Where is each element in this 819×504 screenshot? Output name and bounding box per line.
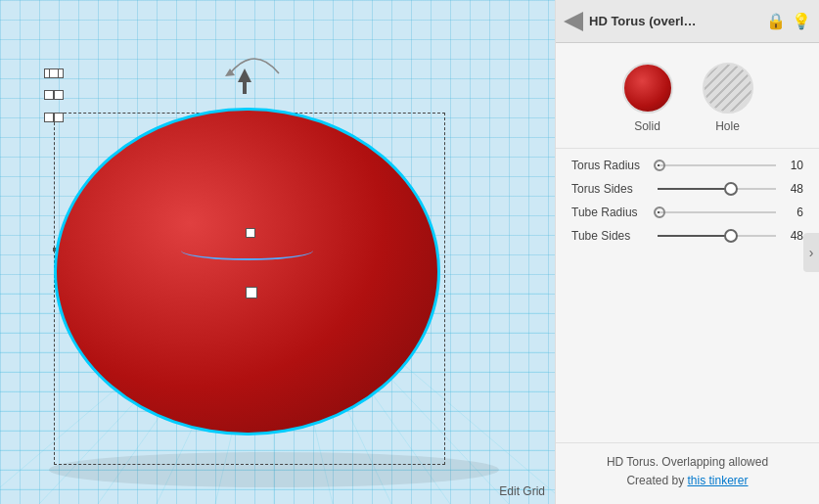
desc-line2: Created by this tinkerer <box>571 472 803 490</box>
handle-mid-left[interactable] <box>54 90 64 100</box>
canvas-area: Edit Grid <box>0 0 555 504</box>
solid-label: Solid <box>634 119 660 133</box>
tube-sides-track <box>658 235 776 237</box>
move-up-arrow[interactable] <box>238 69 251 94</box>
tube-radius-track <box>658 211 776 213</box>
hole-icon <box>703 63 753 114</box>
tube-sides-fill <box>658 235 731 237</box>
shape-type-section: Solid Hole <box>556 43 819 149</box>
desc-line1: HD Torus. Overlapping allowed <box>571 453 803 472</box>
tube-sides-handle[interactable] <box>724 229 738 243</box>
torus-sides-row: Torus Sides 48 <box>571 182 803 196</box>
bulb-icon[interactable]: 💡 <box>792 12 811 30</box>
handle-mid-right[interactable] <box>44 90 54 100</box>
handle-top-left[interactable] <box>54 113 64 122</box>
tube-radius-label: Tube Radius <box>571 206 650 219</box>
panel-expand-button[interactable]: › <box>803 233 819 272</box>
torus-sides-handle[interactable] <box>724 182 738 196</box>
torus-shape[interactable] <box>54 108 440 435</box>
tinkerer-link[interactable]: this tinkerer <box>688 474 749 487</box>
rotation-handle-svg[interactable] <box>225 49 284 83</box>
created-by-text: Created by <box>626 474 684 487</box>
description-section: HD Torus. Overlapping allowed Created by… <box>556 442 819 504</box>
torus-sides-fill <box>658 188 731 190</box>
tube-radius-value: 6 <box>784 206 803 219</box>
torus-radius-handle[interactable] <box>654 160 665 171</box>
torus-sides-value: 48 <box>784 182 803 196</box>
torus-radius-label: Torus Radius <box>571 159 650 172</box>
tube-sides-label: Tube Sides <box>571 229 650 243</box>
shape-title: HD Torus (overl… <box>589 14 760 28</box>
torus-radius-slider[interactable] <box>658 164 776 166</box>
solid-type-button[interactable]: Solid <box>622 63 673 133</box>
edit-grid-label[interactable]: Edit Grid <box>499 484 545 498</box>
top-shape-handle[interactable] <box>246 228 255 238</box>
hole-label: Hole <box>715 119 740 133</box>
tube-radius-slider[interactable] <box>658 211 776 213</box>
torus-sides-track <box>658 188 776 190</box>
panel-header: HD Torus (overl… 🔒 💡 <box>556 0 819 43</box>
tube-sides-row: Tube Sides 48 <box>571 229 803 243</box>
tube-radius-handle[interactable] <box>654 206 665 218</box>
torus-radius-track <box>658 164 776 166</box>
tube-sides-value: 48 <box>784 229 803 243</box>
equator-arc <box>181 241 313 260</box>
torus-sides-slider[interactable] <box>658 188 776 190</box>
handle-bot-mid[interactable] <box>49 69 59 78</box>
torus-radius-value: 10 <box>784 159 803 172</box>
solid-icon <box>622 63 673 114</box>
handle-top-right[interactable] <box>44 113 54 122</box>
params-section: Torus Radius 10 Torus Sides 48 Tube <box>556 149 819 442</box>
tube-radius-row: Tube Radius 6 <box>571 206 803 219</box>
right-panel: HD Torus (overl… 🔒 💡 Solid Hole Torus Ra… <box>555 0 819 504</box>
tube-sides-slider[interactable] <box>658 235 776 237</box>
torus-radius-row: Torus Radius 10 <box>571 159 803 172</box>
center-handle[interactable] <box>246 287 257 298</box>
collapse-button[interactable] <box>564 12 583 31</box>
torus-sides-label: Torus Sides <box>571 182 650 196</box>
hole-type-button[interactable]: Hole <box>703 63 753 133</box>
lock-icon[interactable]: 🔒 <box>766 12 786 30</box>
